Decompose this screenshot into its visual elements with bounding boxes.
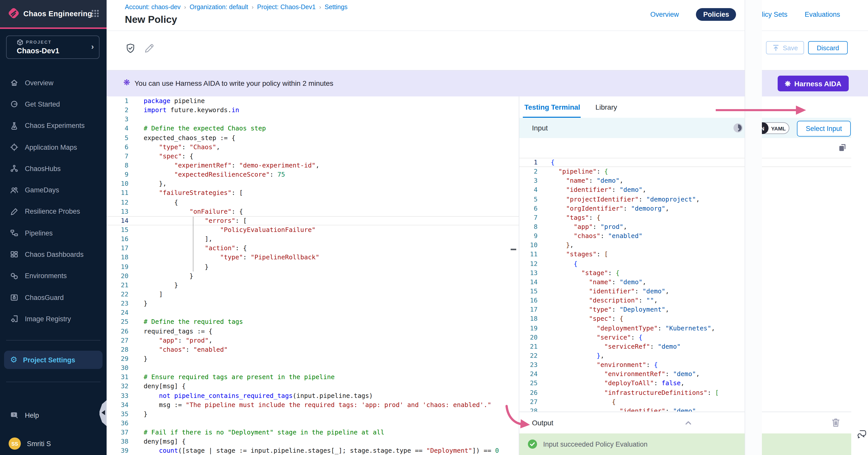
- copy-icon[interactable]: [838, 143, 847, 152]
- lock-icon: [10, 293, 18, 301]
- edit-pencil-icon[interactable]: [144, 43, 154, 53]
- code-line: 30: [106, 363, 519, 372]
- tab-library[interactable]: Library: [595, 103, 618, 111]
- svg-text:?: ?: [13, 413, 15, 417]
- aida-flower-icon: ❋: [785, 79, 790, 88]
- upload-icon: [772, 44, 780, 52]
- discard-button[interactable]: Discard: [808, 41, 848, 54]
- chevron-right-icon: ›: [91, 42, 94, 51]
- flask-icon: [10, 122, 18, 130]
- home-icon: [10, 79, 18, 87]
- code-line: 15 "identifier": "demo",: [519, 287, 851, 296]
- sidebar-item-gamedays[interactable]: GameDays: [0, 180, 106, 201]
- indent-guide: [193, 217, 193, 271]
- sidebar-item-label: Application Maps: [25, 143, 77, 151]
- output-status-text: Input succeeded Policy Evaluation: [543, 441, 647, 448]
- sidebar-item-resilience-probes[interactable]: Resilience Probes: [0, 201, 106, 223]
- sidebar-item-get-started[interactable]: Get Started: [0, 94, 106, 115]
- input-label: Input: [532, 124, 548, 132]
- sidebar-item-chaosguard[interactable]: ChaosGuard: [0, 287, 106, 308]
- banner-text: You can use Harness AIDA to write your p…: [134, 79, 333, 87]
- sidebar: Chaos Engineering PROJECT Chaos-Dev1 › O…: [0, 0, 106, 455]
- tab-policies[interactable]: Policies: [696, 8, 736, 21]
- grid-menu-icon[interactable]: [91, 10, 99, 17]
- code-line: 20 }: [106, 271, 519, 281]
- sidebar-item-label: ChaosHubs: [25, 165, 61, 172]
- input-json-editor[interactable]: 1{2 "pipeline": {3 "name": "demo",4 "ide…: [519, 158, 851, 412]
- code-line: 3: [106, 115, 519, 124]
- code-line: 11 "stages": [: [519, 250, 851, 259]
- project-selector[interactable]: PROJECT Chaos-Dev1 ›: [6, 35, 99, 59]
- code-line: 29}: [106, 354, 519, 363]
- tab-overview[interactable]: Overview: [650, 11, 679, 18]
- code-line: 27 {: [519, 397, 851, 406]
- code-line: 21 "serviceRef": "demo": [519, 342, 851, 351]
- project-label: PROJECT: [26, 40, 52, 45]
- probe-icon: [10, 207, 18, 216]
- code-line: 10 },: [106, 180, 519, 189]
- sidebar-item-application-maps[interactable]: Application Maps: [0, 136, 106, 158]
- breadcrumb-link[interactable]: Organization: default: [190, 4, 248, 11]
- overview-ruler-mark: [510, 249, 516, 250]
- code-line: 9 "chaos": "enabled": [519, 231, 851, 240]
- harness-logo-icon[interactable]: [7, 7, 20, 20]
- user-menu[interactable]: SS Smriti S: [0, 434, 106, 453]
- code-line: 8 "app": "prod",: [519, 222, 851, 231]
- sidebar-item-environments[interactable]: Environments: [0, 265, 106, 287]
- code-line: 7 "spec": {: [106, 152, 519, 161]
- breadcrumb: Account: chaos-dev›Organization: default…: [125, 4, 347, 11]
- sidebar-item-chaos-experiments[interactable]: Chaos Experiments: [0, 115, 106, 136]
- breadcrumb-link[interactable]: Settings: [324, 4, 347, 11]
- check-circle-icon: [528, 440, 537, 449]
- chevron-up-icon[interactable]: [684, 419, 692, 427]
- code-line: 5expected_chaos_step := {: [106, 133, 519, 142]
- sidebar-item-label: GameDays: [25, 186, 59, 194]
- sidebar-item-label: Pipelines: [25, 229, 53, 237]
- shield-check-icon[interactable]: [125, 43, 135, 53]
- code-line: 12 {: [106, 198, 519, 207]
- sidebar-item-help[interactable]: ? Help: [0, 406, 106, 424]
- code-line: 37# Fail if there is no "Deployment" sta…: [106, 428, 519, 437]
- harness-aida-button[interactable]: ❋ Harness AIDA: [778, 76, 848, 91]
- opa-logo-icon[interactable]: [734, 123, 743, 132]
- save-button[interactable]: Save: [766, 41, 804, 54]
- sidebar-item-chaoshubs[interactable]: ChaosHubs: [0, 158, 106, 180]
- code-line: 15 "PolicyEvaluationFailure": [106, 225, 519, 234]
- code-line: 35}: [106, 410, 519, 419]
- sidebar-item-pipelines[interactable]: Pipelines: [0, 222, 106, 244]
- code-line: 32deny[msg] {: [106, 382, 519, 391]
- sidebar-item-label: Get Started: [25, 100, 60, 108]
- sidebar-item-label: Chaos Experiments: [25, 122, 85, 129]
- code-line: 23 "environment": {: [519, 360, 851, 369]
- sidebar-item-image-registry[interactable]: Image Registry: [0, 308, 106, 330]
- code-line: 4# Define the expected Chaos step: [106, 124, 519, 133]
- code-line: 24 "environmentRef": "demo",: [519, 369, 851, 379]
- tab-testing-terminal[interactable]: Testing Terminal: [524, 103, 581, 111]
- code-line: 36: [106, 419, 519, 428]
- code-line: 4 "identifier": "demo",: [519, 186, 851, 195]
- code-line: 9 "expectedResilienceScore": 75: [106, 170, 519, 179]
- code-line: 19 }: [106, 262, 519, 271]
- sidebar-item-overview[interactable]: Overview: [0, 72, 106, 94]
- code-line: 14 "name": "demo",: [519, 278, 851, 287]
- breadcrumb-link[interactable]: Project: Chaos-Dev1: [257, 4, 316, 11]
- trash-icon[interactable]: [832, 418, 840, 427]
- code-line: 13 "stage": {: [519, 268, 851, 278]
- sidebar-item-chaos-dashboards[interactable]: Chaos Dashboards: [0, 244, 106, 265]
- sidebar-item-label: Project Settings: [23, 356, 75, 364]
- code-line: 34 msg := "The pipeline must include the…: [106, 400, 519, 409]
- tab-evaluations[interactable]: Evaluations: [805, 11, 840, 18]
- code-line: 2import future.keywords.in: [106, 105, 519, 115]
- chat-support-icon[interactable]: [856, 429, 866, 439]
- code-line: 8 "experimentRef": "demo-experiment-id",: [106, 161, 519, 170]
- breadcrumb-link[interactable]: Account: chaos-dev: [125, 4, 181, 11]
- code-line: 16 ],: [106, 234, 519, 243]
- editor-toolbar-row: [519, 138, 851, 158]
- policy-code-editor[interactable]: 1package pipeline2import future.keywords…: [106, 96, 519, 455]
- collapse-arrow-icon: [101, 410, 105, 415]
- breadcrumb-separator: ›: [184, 4, 186, 10]
- select-input-button[interactable]: Select Input: [797, 121, 851, 136]
- code-line: 17 "type": "Deployment",: [519, 305, 851, 315]
- sidebar-item-project-settings[interactable]: ⚙ Project Settings: [4, 351, 102, 369]
- toggle-option-yaml[interactable]: YAML: [768, 123, 789, 133]
